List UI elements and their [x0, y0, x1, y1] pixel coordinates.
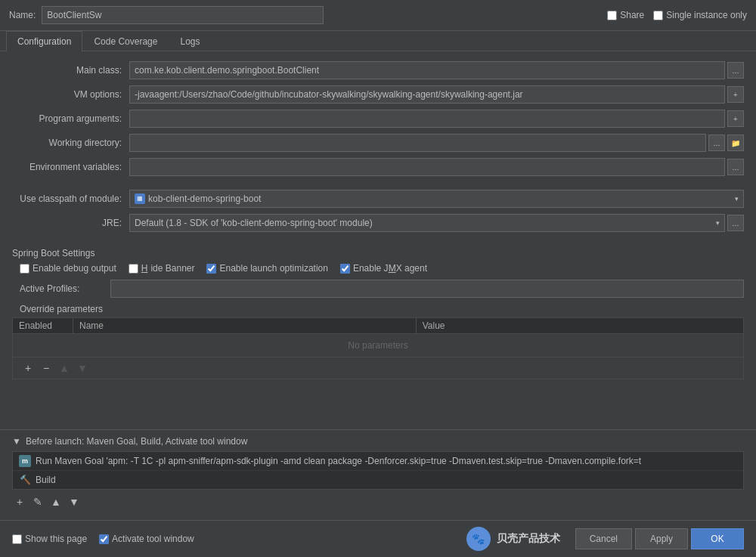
before-launch-build-text: Build — [36, 475, 56, 485]
name-input[interactable] — [42, 6, 324, 24]
working-dir-browse-btn[interactable]: ... — [708, 135, 725, 151]
before-launch-item-maven: m Run Maven Goal 'apm: -T 1C -pl apm-sni… — [13, 452, 743, 471]
program-args-input[interactable] — [129, 110, 725, 128]
hide-banner-checkbox[interactable] — [129, 264, 138, 274]
tab-code-coverage[interactable]: Code Coverage — [82, 31, 169, 51]
move-down-bl-btn[interactable]: ▼ — [67, 494, 82, 509]
env-vars-browse-btn[interactable]: ... — [727, 159, 744, 175]
working-dir-folder-btn[interactable]: 📁 — [727, 135, 744, 151]
before-launch-maven-text: Run Maven Goal 'apm: -T 1C -pl apm-sniff… — [36, 456, 641, 466]
jre-label: JRE: — [12, 218, 129, 228]
vm-options-input-wrap: + — [129, 85, 744, 104]
active-profiles-row: Active Profiles: — [12, 280, 744, 298]
enable-launch-opt-label[interactable]: Enable launch optimization — [206, 263, 327, 274]
enable-jmx-label[interactable]: Enable JMX agent — [340, 263, 427, 274]
working-dir-row: Working directory: ... 📁 — [12, 133, 744, 153]
classpath-label: Use classpath of module: — [12, 193, 129, 204]
show-page-checkbox[interactable] — [12, 534, 22, 544]
watermark-icon: 🐾 — [466, 527, 491, 551]
remove-param-btn[interactable]: − — [39, 361, 54, 376]
edit-bl-btn[interactable]: ✎ — [30, 494, 45, 509]
program-args-row: Program arguments: + — [12, 109, 744, 128]
col-name: Name — [73, 318, 417, 334]
before-launch-header[interactable]: ▼ Before launch: Maven Goal, Build, Acti… — [12, 436, 744, 447]
hide-banner-label[interactable]: Hide Banner — [129, 263, 195, 274]
override-title: Override parameters — [12, 304, 744, 314]
move-up-param-btn[interactable]: ▲ — [57, 361, 72, 376]
name-label: Name: — [9, 10, 36, 20]
vm-options-extend-btn[interactable]: + — [727, 86, 744, 103]
main-class-browse-btn[interactable]: ... — [727, 62, 744, 79]
vm-options-input[interactable] — [129, 85, 725, 104]
no-params-row: No parameters — [13, 334, 744, 357]
working-dir-input-wrap: ... 📁 — [129, 134, 744, 152]
share-checkbox[interactable] — [607, 11, 617, 20]
add-bl-btn[interactable]: + — [12, 494, 27, 509]
enable-launch-opt-checkbox[interactable] — [206, 264, 216, 274]
title-bar: Name: Share Single instance only — [0, 0, 756, 31]
configuration-content: Main class: ... VM options: + Program ar… — [0, 51, 756, 429]
env-vars-row: Environment variables: ... — [12, 157, 744, 177]
tab-logs[interactable]: Logs — [169, 31, 211, 51]
enable-jmx-checkbox[interactable] — [340, 264, 350, 274]
col-enabled: Enabled — [13, 318, 73, 334]
spring-boot-section-title: Spring Boot Settings — [12, 248, 744, 258]
before-launch-item-build: 🔨 Build — [13, 471, 743, 489]
tabs-bar: Configuration Code Coverage Logs — [0, 31, 756, 51]
active-profiles-input[interactable] — [110, 280, 744, 298]
col-value: Value — [416, 318, 743, 334]
ok-button[interactable]: OK — [691, 528, 744, 549]
env-vars-label: Environment variables: — [12, 162, 129, 172]
active-profiles-label: Active Profiles: — [12, 283, 110, 294]
vm-options-row: VM options: + — [12, 85, 744, 104]
program-args-input-wrap: + — [129, 110, 744, 128]
jre-browse-btn[interactable]: ... — [727, 215, 744, 231]
main-class-input-wrap: ... — [129, 61, 744, 79]
env-vars-input-wrap: ... — [129, 158, 744, 176]
main-class-input[interactable] — [129, 61, 725, 79]
move-down-param-btn[interactable]: ▼ — [75, 361, 90, 376]
jre-dropdown[interactable]: Default (1.8 - SDK of 'kob-client-demo-s… — [129, 214, 725, 232]
enable-debug-checkbox[interactable] — [20, 264, 29, 274]
move-up-bl-btn[interactable]: ▲ — [48, 494, 64, 509]
program-args-label: Program arguments: — [12, 113, 129, 124]
classpath-input-wrap: ▦ kob-client-demo-spring-boot ▾ — [129, 190, 744, 208]
share-area: Share Single instance only — [607, 10, 747, 20]
vm-options-label: VM options: — [12, 89, 129, 100]
bottom-row: Show this page Activate tool window 🐾 贝壳… — [0, 520, 756, 557]
bl-toolbar: + ✎ ▲ ▼ — [12, 494, 744, 509]
classpath-row: Use classpath of module: ▦ kob-client-de… — [12, 189, 744, 209]
module-icon: ▦ — [135, 193, 145, 204]
tab-configuration[interactable]: Configuration — [6, 31, 82, 51]
table-toolbar: + − ▲ ▼ — [12, 357, 744, 379]
single-instance-checkbox[interactable] — [653, 11, 663, 20]
show-page-label[interactable]: Show this page — [12, 534, 87, 544]
before-launch-section: ▼ Before launch: Maven Goal, Build, Acti… — [0, 429, 756, 520]
cancel-button[interactable]: Cancel — [575, 528, 632, 549]
no-params-text: No parameters — [13, 334, 744, 357]
working-dir-label: Working directory: — [12, 138, 129, 148]
share-checkbox-label[interactable]: Share — [607, 10, 644, 20]
single-instance-checkbox-label[interactable]: Single instance only — [653, 10, 747, 20]
classpath-dropdown[interactable]: ▦ kob-client-demo-spring-boot ▾ — [129, 190, 744, 208]
main-class-row: Main class: ... — [12, 60, 744, 80]
classpath-dropdown-arrow: ▾ — [735, 195, 739, 203]
apply-button[interactable]: Apply — [635, 528, 688, 549]
bottom-left: Show this page Activate tool window — [12, 534, 466, 544]
run-configuration-dialog: Name: Share Single instance only Configu… — [0, 0, 756, 557]
program-args-extend-btn[interactable]: + — [727, 110, 744, 127]
activate-tool-label[interactable]: Activate tool window — [99, 534, 194, 544]
env-vars-input[interactable] — [129, 158, 725, 176]
activate-tool-checkbox[interactable] — [99, 534, 109, 544]
jre-dropdown-arrow: ▾ — [716, 219, 720, 227]
jre-input-wrap: Default (1.8 - SDK of 'kob-client-demo-s… — [129, 214, 744, 232]
before-launch-list: m Run Maven Goal 'apm: -T 1C -pl apm-sni… — [12, 451, 744, 490]
watermark-text: 贝壳产品技术 — [497, 532, 560, 546]
before-launch-toggle-icon: ▼ — [12, 436, 21, 447]
add-param-btn[interactable]: + — [20, 361, 36, 376]
working-dir-input[interactable] — [129, 134, 706, 152]
bottom-right: 🐾 贝壳产品技术 Cancel Apply OK — [466, 527, 744, 551]
enable-debug-label[interactable]: Enable debug output — [20, 263, 116, 274]
watermark: 🐾 贝壳产品技术 — [466, 527, 560, 551]
spring-boot-checkboxes: Enable debug output Hide Banner Enable l… — [12, 263, 744, 274]
